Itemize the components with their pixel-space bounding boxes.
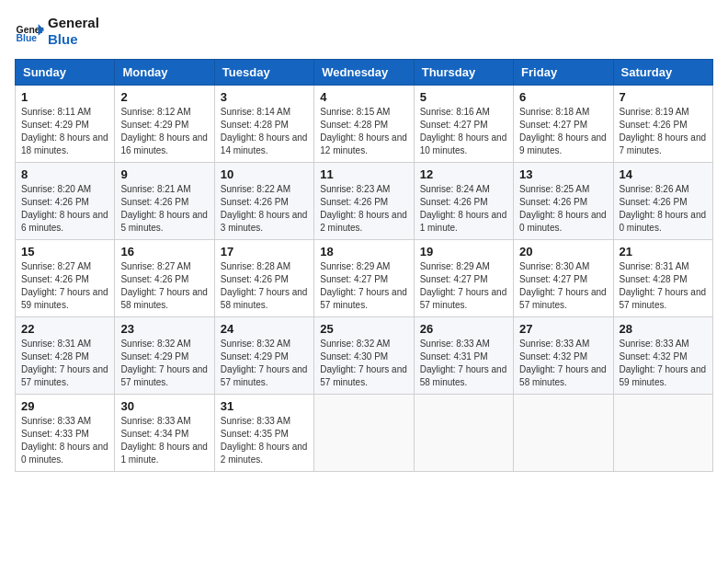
calendar-cell: 5Sunrise: 8:16 AMSunset: 4:27 PMDaylight…: [414, 86, 513, 163]
calendar-cell: 7Sunrise: 8:19 AMSunset: 4:26 PMDaylight…: [613, 86, 712, 163]
calendar-body: 1Sunrise: 8:11 AMSunset: 4:29 PMDaylight…: [16, 86, 713, 472]
day-number: 13: [519, 167, 607, 181]
day-number: 9: [120, 167, 208, 181]
calendar-cell: 24Sunrise: 8:32 AMSunset: 4:29 PMDayligh…: [214, 317, 313, 395]
cell-text: Sunrise: 8:29 AMSunset: 4:27 PMDaylight:…: [420, 260, 507, 312]
cell-text: Sunrise: 8:29 AMSunset: 4:27 PMDaylight:…: [320, 260, 407, 312]
day-number: 1: [21, 90, 108, 104]
calendar-cell: 9Sunrise: 8:21 AMSunset: 4:26 PMDaylight…: [115, 163, 214, 240]
day-header-tuesday: Tuesday: [214, 60, 313, 86]
day-header-wednesday: Wednesday: [314, 60, 414, 86]
calendar-cell: 19Sunrise: 8:29 AMSunset: 4:27 PMDayligh…: [414, 240, 513, 317]
day-number: 3: [221, 90, 308, 104]
calendar-cell: [314, 395, 414, 472]
calendar-week-5: 29Sunrise: 8:33 AMSunset: 4:33 PMDayligh…: [16, 395, 713, 472]
calendar-cell: 31Sunrise: 8:33 AMSunset: 4:35 PMDayligh…: [214, 395, 313, 472]
day-number: 15: [21, 245, 108, 259]
calendar-cell: 8Sunrise: 8:20 AMSunset: 4:26 PMDaylight…: [16, 163, 115, 240]
cell-text: Sunrise: 8:12 AMSunset: 4:29 PMDaylight:…: [120, 106, 208, 157]
calendar-cell: 12Sunrise: 8:24 AMSunset: 4:26 PMDayligh…: [414, 163, 513, 240]
calendar-cell: 16Sunrise: 8:27 AMSunset: 4:26 PMDayligh…: [115, 240, 214, 317]
day-number: 22: [21, 322, 108, 336]
calendar-cell: 23Sunrise: 8:32 AMSunset: 4:29 PMDayligh…: [115, 317, 214, 395]
cell-text: Sunrise: 8:31 AMSunset: 4:28 PMDaylight:…: [620, 260, 707, 312]
day-number: 5: [420, 90, 507, 104]
day-header-monday: Monday: [115, 60, 214, 86]
cell-text: Sunrise: 8:15 AMSunset: 4:28 PMDaylight:…: [320, 106, 407, 157]
day-number: 19: [420, 245, 507, 259]
calendar-cell: 29Sunrise: 8:33 AMSunset: 4:33 PMDayligh…: [16, 395, 115, 472]
calendar-cell: 28Sunrise: 8:33 AMSunset: 4:32 PMDayligh…: [613, 317, 712, 395]
logo: General Blue General Blue: [15, 15, 99, 48]
logo-general: General: [48, 15, 99, 31]
calendar-cell: 10Sunrise: 8:22 AMSunset: 4:26 PMDayligh…: [214, 163, 313, 240]
day-number: 28: [620, 322, 707, 336]
day-number: 20: [519, 245, 607, 259]
day-number: 24: [221, 322, 308, 336]
day-number: 17: [221, 245, 308, 259]
cell-text: Sunrise: 8:33 AMSunset: 4:33 PMDaylight:…: [21, 415, 108, 466]
cell-text: Sunrise: 8:16 AMSunset: 4:27 PMDaylight:…: [420, 106, 507, 157]
cell-text: Sunrise: 8:32 AMSunset: 4:30 PMDaylight:…: [320, 338, 407, 389]
cell-text: Sunrise: 8:22 AMSunset: 4:26 PMDaylight:…: [221, 183, 308, 235]
day-header-thursday: Thursday: [414, 60, 513, 86]
cell-text: Sunrise: 8:33 AMSunset: 4:32 PMDaylight:…: [519, 338, 607, 389]
cell-text: Sunrise: 8:27 AMSunset: 4:26 PMDaylight:…: [120, 260, 208, 312]
cell-text: Sunrise: 8:33 AMSunset: 4:34 PMDaylight:…: [120, 415, 208, 466]
day-number: 21: [620, 245, 707, 259]
cell-text: Sunrise: 8:24 AMSunset: 4:26 PMDaylight:…: [420, 183, 507, 235]
day-number: 14: [620, 167, 707, 181]
calendar-cell: [514, 395, 613, 472]
calendar-cell: 3Sunrise: 8:14 AMSunset: 4:28 PMDaylight…: [214, 86, 313, 163]
calendar-cell: 4Sunrise: 8:15 AMSunset: 4:28 PMDaylight…: [314, 86, 414, 163]
page-header: General Blue General Blue: [15, 15, 713, 48]
svg-text:Blue: Blue: [17, 33, 38, 43]
calendar-week-4: 22Sunrise: 8:31 AMSunset: 4:28 PMDayligh…: [16, 317, 713, 395]
cell-text: Sunrise: 8:20 AMSunset: 4:26 PMDaylight:…: [21, 183, 108, 235]
calendar-cell: 21Sunrise: 8:31 AMSunset: 4:28 PMDayligh…: [613, 240, 712, 317]
day-number: 4: [320, 90, 407, 104]
calendar-cell: 11Sunrise: 8:23 AMSunset: 4:26 PMDayligh…: [314, 163, 414, 240]
day-number: 6: [519, 90, 607, 104]
day-header-friday: Friday: [514, 60, 613, 86]
cell-text: Sunrise: 8:19 AMSunset: 4:26 PMDaylight:…: [620, 106, 707, 157]
day-number: 16: [120, 245, 208, 259]
calendar-cell: 22Sunrise: 8:31 AMSunset: 4:28 PMDayligh…: [16, 317, 115, 395]
calendar-cell: [414, 395, 513, 472]
logo-icon: General Blue: [15, 17, 44, 46]
cell-text: Sunrise: 8:11 AMSunset: 4:29 PMDaylight:…: [21, 106, 108, 157]
day-number: 7: [620, 90, 707, 104]
day-number: 30: [120, 399, 208, 413]
day-number: 2: [120, 90, 208, 104]
day-header-sunday: Sunday: [16, 60, 115, 86]
cell-text: Sunrise: 8:32 AMSunset: 4:29 PMDaylight:…: [221, 338, 308, 389]
calendar-week-3: 15Sunrise: 8:27 AMSunset: 4:26 PMDayligh…: [16, 240, 713, 317]
cell-text: Sunrise: 8:33 AMSunset: 4:35 PMDaylight:…: [221, 415, 308, 466]
calendar-cell: 17Sunrise: 8:28 AMSunset: 4:26 PMDayligh…: [214, 240, 313, 317]
cell-text: Sunrise: 8:26 AMSunset: 4:26 PMDaylight:…: [620, 183, 707, 235]
cell-text: Sunrise: 8:21 AMSunset: 4:26 PMDaylight:…: [120, 183, 208, 235]
calendar-cell: 2Sunrise: 8:12 AMSunset: 4:29 PMDaylight…: [115, 86, 214, 163]
day-number: 8: [21, 167, 108, 181]
calendar-cell: 1Sunrise: 8:11 AMSunset: 4:29 PMDaylight…: [16, 86, 115, 163]
cell-text: Sunrise: 8:18 AMSunset: 4:27 PMDaylight:…: [519, 106, 607, 157]
day-number: 23: [120, 322, 208, 336]
day-header-saturday: Saturday: [613, 60, 712, 86]
day-number: 26: [420, 322, 507, 336]
day-number: 25: [320, 322, 407, 336]
logo-blue: Blue: [48, 31, 99, 48]
calendar-cell: 18Sunrise: 8:29 AMSunset: 4:27 PMDayligh…: [314, 240, 414, 317]
calendar-cell: 20Sunrise: 8:30 AMSunset: 4:27 PMDayligh…: [514, 240, 613, 317]
calendar-cell: 30Sunrise: 8:33 AMSunset: 4:34 PMDayligh…: [115, 395, 214, 472]
cell-text: Sunrise: 8:32 AMSunset: 4:29 PMDaylight:…: [120, 338, 208, 389]
calendar-cell: 27Sunrise: 8:33 AMSunset: 4:32 PMDayligh…: [514, 317, 613, 395]
calendar-cell: 14Sunrise: 8:26 AMSunset: 4:26 PMDayligh…: [613, 163, 712, 240]
calendar-cell: 15Sunrise: 8:27 AMSunset: 4:26 PMDayligh…: [16, 240, 115, 317]
day-number: 11: [320, 167, 407, 181]
calendar-cell: 25Sunrise: 8:32 AMSunset: 4:30 PMDayligh…: [314, 317, 414, 395]
cell-text: Sunrise: 8:33 AMSunset: 4:31 PMDaylight:…: [420, 338, 507, 389]
cell-text: Sunrise: 8:23 AMSunset: 4:26 PMDaylight:…: [320, 183, 407, 235]
day-number: 10: [221, 167, 308, 181]
day-number: 12: [420, 167, 507, 181]
day-number: 27: [519, 322, 607, 336]
